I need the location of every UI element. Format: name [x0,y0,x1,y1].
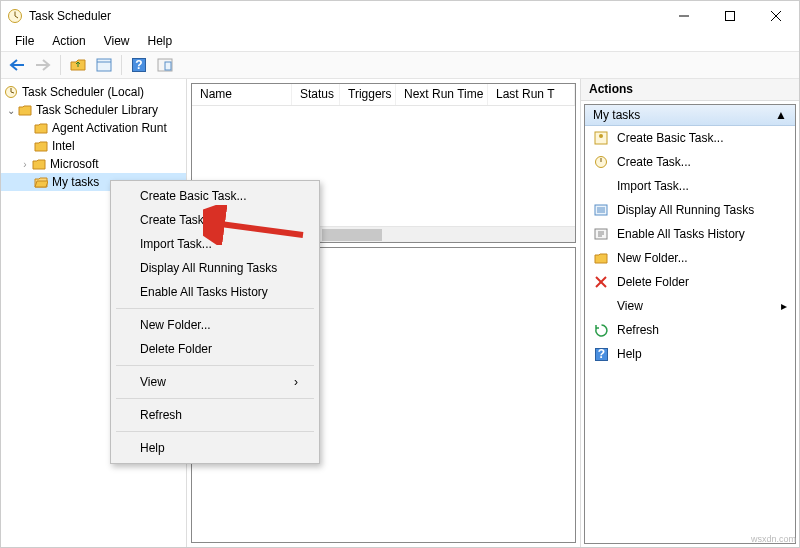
help-button[interactable]: ? [127,53,151,77]
expand-icon[interactable]: ⌄ [5,105,17,116]
wizard-icon [593,130,609,146]
col-name[interactable]: Name [192,84,292,105]
separator [116,431,314,432]
ctx-display-running[interactable]: Display All Running Tasks [114,256,316,280]
svg-text:?: ? [135,58,142,72]
separator [116,398,314,399]
menu-file[interactable]: File [7,32,42,50]
menu-action[interactable]: Action [44,32,93,50]
toolbar: ? [1,51,799,79]
svg-rect-12 [165,62,171,70]
ctx-import-task[interactable]: Import Task... [114,232,316,256]
folder-icon [17,102,33,118]
submenu-arrow-icon: › [294,375,298,389]
scrollbar-thumb[interactable] [322,229,382,241]
extra-button[interactable] [153,53,177,77]
collapse-icon[interactable]: ▲ [775,108,787,122]
separator [116,365,314,366]
ctx-refresh[interactable]: Refresh [114,403,316,427]
maximize-button[interactable] [707,1,753,31]
ctx-help[interactable]: Help [114,436,316,460]
actions-header: Actions [581,79,799,101]
svg-rect-7 [97,59,111,71]
refresh-icon [593,322,609,338]
history-icon [593,226,609,242]
watermark: wsxdn.com [751,534,796,544]
ctx-create-basic-task[interactable]: Create Basic Task... [114,184,316,208]
col-status[interactable]: Status [292,84,340,105]
svg-point-17 [599,134,603,138]
tree-item[interactable]: Intel [1,137,186,155]
import-icon [593,178,609,194]
minimize-button[interactable] [661,1,707,31]
folder-icon [593,250,609,266]
action-display-running[interactable]: Display All Running Tasks [585,198,795,222]
list-icon [593,202,609,218]
submenu-arrow-icon: ▸ [781,299,787,313]
help-icon: ? [593,346,609,362]
action-create-basic-task[interactable]: Create Basic Task... [585,126,795,150]
context-menu[interactable]: Create Basic Task... Create Task... Impo… [110,180,320,464]
ctx-create-task[interactable]: Create Task... [114,208,316,232]
tree-item[interactable]: › Microsoft [1,155,186,173]
task-icon [593,154,609,170]
action-view[interactable]: View▸ [585,294,795,318]
app-icon [7,8,23,24]
svg-text:?: ? [597,348,604,361]
tree-library[interactable]: ⌄ Task Scheduler Library [1,101,186,119]
action-help[interactable]: ?Help [585,342,795,366]
folder-icon [31,156,47,172]
folder-icon [33,138,49,154]
folder-open-icon [33,174,49,190]
action-refresh[interactable]: Refresh [585,318,795,342]
actions-pane: Actions My tasks ▲ Create Basic Task... … [581,79,799,547]
menu-view[interactable]: View [96,32,138,50]
action-delete-folder[interactable]: Delete Folder [585,270,795,294]
col-nextrun[interactable]: Next Run Time [396,84,488,105]
delete-icon [593,274,609,290]
action-create-task[interactable]: Create Task... [585,150,795,174]
menu-help[interactable]: Help [140,32,181,50]
forward-button[interactable] [31,53,55,77]
col-triggers[interactable]: Triggers [340,84,396,105]
col-lastrun[interactable]: Last Run T [488,84,575,105]
separator [116,308,314,309]
close-button[interactable] [753,1,799,31]
properties-button[interactable] [92,53,116,77]
ctx-enable-history[interactable]: Enable All Tasks History [114,280,316,304]
actions-group-title[interactable]: My tasks ▲ [585,105,795,126]
action-enable-history[interactable]: Enable All Tasks History [585,222,795,246]
column-headers: Name Status Triggers Next Run Time Last … [192,84,575,106]
clock-icon [3,84,19,100]
back-button[interactable] [5,53,29,77]
window-title: Task Scheduler [29,9,111,23]
action-import-task[interactable]: Import Task... [585,174,795,198]
expand-icon[interactable]: › [19,159,31,170]
up-folder-button[interactable] [66,53,90,77]
title-bar: Task Scheduler [1,1,799,31]
folder-icon [33,120,49,136]
tree-root[interactable]: Task Scheduler (Local) [1,83,186,101]
svg-rect-4 [726,12,735,21]
tree-item[interactable]: Agent Activation Runt [1,119,186,137]
ctx-delete-folder[interactable]: Delete Folder [114,337,316,361]
ctx-view[interactable]: View› [114,370,316,394]
action-new-folder[interactable]: New Folder... [585,246,795,270]
menu-bar: File Action View Help [1,31,799,51]
ctx-new-folder[interactable]: New Folder... [114,313,316,337]
